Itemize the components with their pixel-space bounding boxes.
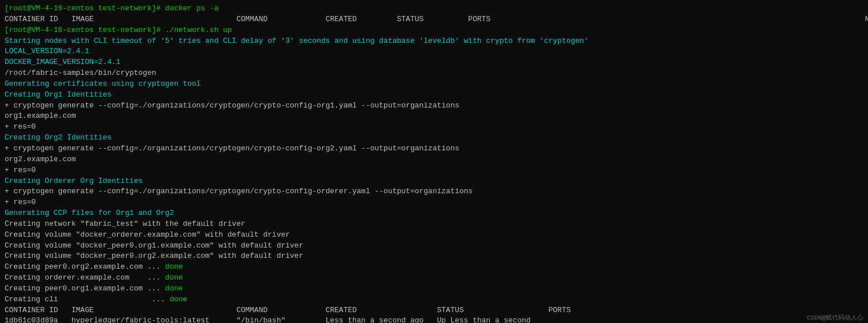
terminal-line: CONTAINER ID IMAGE COMMAND CREATED STATU… — [5, 305, 863, 316]
terminal-line: LOCAL_VERSION=2.4.1 — [5, 46, 863, 57]
terminal-line: + res=0 — [5, 165, 863, 176]
terminal-line: /root/fabric-samples/bin/cryptogen — [5, 68, 863, 79]
terminal-line: Starting nodes with CLI timeout of '5' t… — [5, 36, 863, 47]
terminal-line: Creating Orderer Org Identities — [5, 176, 863, 187]
terminal-line: + cryptogen generate --config=./organiza… — [5, 143, 863, 154]
terminal-line: + res=0 — [5, 122, 863, 133]
terminal-line: org2.example.com — [5, 154, 863, 165]
terminal-line: Generating CCP files for Org1 and Org2 — [5, 208, 863, 219]
terminal-line: Creating orderer.example.com ... done — [5, 273, 863, 284]
terminal-line: Creating Org2 Identities — [5, 133, 863, 143]
terminal-line: CONTAINER ID IMAGE COMMAND CREATED STATU… — [5, 14, 863, 25]
terminal-line: Creating network "fabric_test" with the … — [5, 219, 863, 230]
terminal-line: Creating volume "docker_peer0.org2.examp… — [5, 251, 863, 262]
terminal-line: DOCKER_IMAGE_VERSION=2.4.1 — [5, 57, 863, 68]
terminal-line: Creating Org1 Identities — [5, 90, 863, 101]
terminal-line: Creating peer0.org1.example.com ... done — [5, 284, 863, 294]
terminal-line: org1.example.com — [5, 111, 863, 122]
terminal-line: [root@VM-4-16-centos test-network]# ./ne… — [5, 25, 863, 36]
terminal-line: 1db61c03d89a hyperledger/fabric-tools:la… — [5, 316, 863, 323]
terminal-line: Creating cli ... done — [5, 294, 863, 305]
terminal-line: Creating volume "docker_peer0.org1.examp… — [5, 241, 863, 252]
terminal-line: + cryptogen generate --config=./organiza… — [5, 186, 863, 197]
terminal-line: + cryptogen generate --config=./organiza… — [5, 101, 863, 111]
terminal-window: [root@VM-4-16-centos test-network]# dock… — [0, 0, 868, 323]
terminal-line: Creating volume "docker_orderer.example.… — [5, 230, 863, 241]
terminal-line: + res=0 — [5, 197, 863, 208]
terminal-line: Generating certificates using cryptogen … — [5, 79, 863, 90]
watermark: CSDN@赋代码动人心 — [807, 313, 863, 322]
terminal-line: Creating peer0.org2.example.com ... done — [5, 262, 863, 273]
terminal-line: [root@VM-4-16-centos test-network]# dock… — [5, 3, 863, 14]
